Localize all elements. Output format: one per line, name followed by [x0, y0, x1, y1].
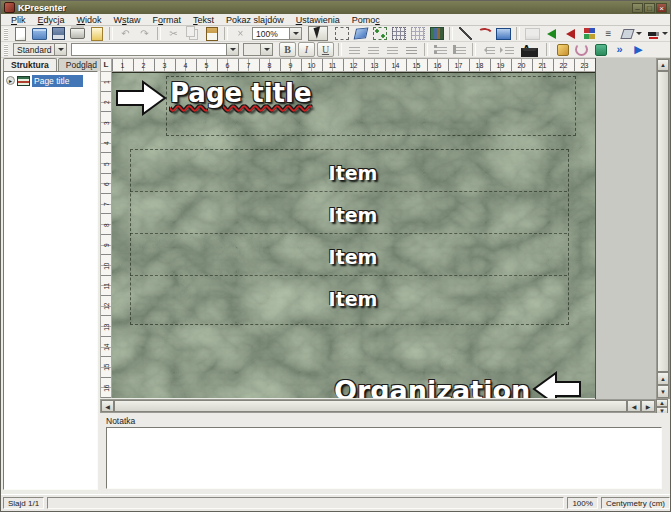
insert-object-icon[interactable] — [409, 26, 426, 41]
underline-button[interactable]: U — [317, 42, 334, 57]
page-navigation-buttons: ▲ ▼ — [656, 399, 670, 413]
status-units: Centymetry (cm) — [601, 497, 670, 509]
menu-item[interactable]: Tekst — [187, 15, 220, 25]
delete-icon[interactable]: × — [232, 26, 249, 41]
chevron-down-icon[interactable] — [289, 28, 301, 39]
menu-item[interactable]: Pomoc — [346, 15, 386, 25]
zoom-combobox[interactable]: 100% — [252, 27, 302, 40]
chevron-down-icon[interactable] — [260, 44, 272, 55]
slide-item-text[interactable]: Item — [120, 288, 586, 310]
freehand-tool-icon[interactable] — [476, 26, 493, 41]
copy-icon[interactable] — [184, 26, 201, 41]
sidebar-tab[interactable]: Struktura — [3, 58, 57, 71]
scroll-left-icon[interactable]: ◀ — [627, 400, 641, 412]
bullet-list-icon[interactable] — [432, 42, 449, 57]
ruler-number: 5 — [196, 59, 217, 71]
autoform-tool-icon[interactable] — [371, 26, 388, 41]
tree-expander-icon[interactable]: ▸ — [6, 76, 15, 85]
maximize-button[interactable]: □ — [644, 3, 655, 13]
scroll-down-icon[interactable]: ▼ — [657, 385, 669, 398]
notes-field[interactable] — [106, 427, 662, 489]
toolbar-separator — [516, 27, 520, 40]
align-right-icon[interactable] — [384, 42, 401, 57]
autocorrect-icon[interactable] — [592, 42, 609, 57]
sidebar-tab[interactable]: Podgląd — [58, 58, 105, 71]
tree-item[interactable]: ▸ Page title — [4, 74, 97, 87]
left-arrow-shape[interactable] — [532, 371, 582, 398]
print-icon[interactable] — [69, 26, 86, 41]
scroll-left-icon[interactable]: ◀ — [101, 400, 114, 412]
scroll-right-icon[interactable]: ▶ — [641, 400, 655, 412]
insert-table-icon[interactable] — [390, 26, 407, 41]
rotate-menu-icon[interactable] — [619, 26, 636, 41]
insert-chart-icon[interactable] — [428, 26, 445, 41]
organization-text[interactable]: Organization — [334, 375, 530, 398]
toolbar-drag-handle[interactable] — [4, 28, 8, 40]
slide-canvas[interactable]: Page title ItemItemItemItem Organization — [112, 72, 595, 398]
rectangle-tool-icon[interactable] — [495, 26, 512, 41]
slide-item-text[interactable]: Item — [120, 162, 586, 184]
cut-icon[interactable]: ✂ — [165, 26, 182, 41]
titlebar[interactable]: KPresenter – □ × — [1, 1, 670, 14]
rotate-object-icon[interactable] — [573, 42, 590, 57]
save-icon[interactable] — [50, 26, 67, 41]
chevron-down-icon[interactable] — [54, 44, 66, 55]
right-arrow-shape[interactable] — [115, 79, 167, 117]
slide-item-text[interactable]: Item — [120, 204, 586, 226]
redo-icon[interactable]: ↷ — [136, 26, 153, 41]
undo-icon[interactable]: ↶ — [117, 26, 134, 41]
slide-item-text[interactable]: Item — [120, 246, 586, 268]
fast-forward-icon[interactable]: » — [611, 42, 628, 57]
menu-item[interactable]: Plik — [5, 15, 32, 25]
ruler-number: 11 — [100, 281, 112, 291]
menu-item[interactable]: Format — [147, 15, 188, 25]
indent-decrease-icon[interactable] — [480, 42, 497, 57]
menu-item[interactable]: Wstaw — [108, 15, 147, 25]
menu-item[interactable]: Widok — [71, 15, 108, 25]
toolbar-drag-handle[interactable] — [4, 44, 8, 56]
minimize-button[interactable]: – — [632, 3, 643, 13]
structure-panel[interactable]: ▸ Page title — [3, 71, 98, 490]
arrow-forward-icon[interactable] — [562, 26, 579, 41]
new-document-icon[interactable] — [12, 26, 29, 41]
scroll-up-icon[interactable]: ▲ — [657, 59, 669, 71]
menu-item[interactable]: Ustawienia — [290, 15, 346, 25]
text-tool-icon[interactable] — [333, 26, 350, 41]
print-preview-icon[interactable] — [88, 26, 105, 41]
color-palette-icon[interactable] — [581, 26, 598, 41]
italic-button[interactable]: I — [298, 42, 315, 57]
text-lines-icon[interactable]: ≡ — [600, 26, 617, 41]
scroll-up-icon[interactable]: ▲ — [657, 372, 669, 385]
previous-page-icon[interactable]: ▲ — [656, 399, 668, 407]
bold-button[interactable]: B — [279, 42, 296, 57]
indent-increase-icon[interactable] — [499, 42, 516, 57]
font-family-combobox[interactable] — [71, 43, 239, 56]
horizontal-scroll-thumb[interactable] — [114, 400, 627, 412]
brush-icon[interactable] — [554, 42, 571, 57]
line-tool-icon[interactable] — [457, 26, 474, 41]
style-combobox[interactable]: Standard — [13, 43, 67, 56]
font-size-combobox[interactable] — [243, 43, 273, 56]
font-color-button[interactable]: A — [518, 42, 535, 57]
align-justify-icon[interactable] — [403, 42, 420, 57]
insert-picture-icon[interactable] — [524, 26, 541, 41]
placeholder-divider — [130, 233, 567, 234]
arrow-back-icon[interactable] — [543, 26, 560, 41]
open-folder-icon[interactable] — [31, 26, 48, 41]
play-icon[interactable]: ▶ — [630, 42, 647, 57]
chevron-down-icon[interactable] — [226, 44, 238, 55]
paste-icon[interactable] — [203, 26, 220, 41]
menu-item[interactable]: Pokaz slajdów — [220, 15, 290, 25]
mouse-pointer-tool-button[interactable] — [308, 26, 328, 41]
align-left-icon[interactable] — [346, 42, 363, 57]
vertical-scroll-thumb[interactable] — [657, 71, 669, 372]
close-button[interactable]: × — [656, 3, 667, 13]
rotate-tool-icon[interactable] — [352, 26, 369, 41]
horizontal-scrollbar[interactable]: ◀ ◀ ▶ — [100, 399, 656, 413]
slide-title-text[interactable]: Page title — [170, 78, 312, 108]
menu-item[interactable]: Edycja — [32, 15, 71, 25]
numbered-list-icon[interactable] — [451, 42, 468, 57]
vertical-scrollbar[interactable]: ▲ ▲ ▼ — [656, 58, 670, 399]
align-center-icon[interactable] — [365, 42, 382, 57]
pen-style-icon[interactable] — [645, 26, 662, 41]
